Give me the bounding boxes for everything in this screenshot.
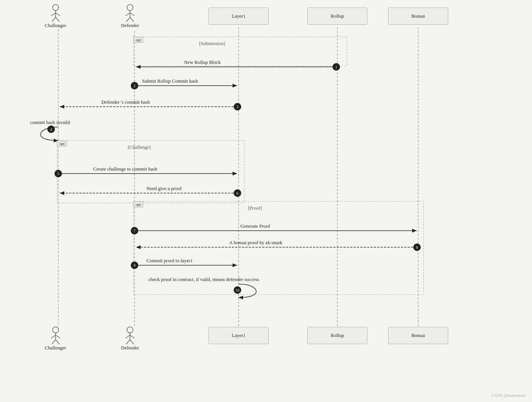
svg-marker-18 xyxy=(60,191,64,195)
actor-rollup-top-label: Rollup xyxy=(331,13,344,19)
msg-label-1: New Rollup Block xyxy=(184,59,221,65)
step-4: 4 xyxy=(47,125,55,133)
defender-figure-top xyxy=(123,4,137,23)
sequence-diagram: Layer1 Rollup Bonsai Challenger Defender xyxy=(0,0,532,402)
svg-point-44 xyxy=(127,327,133,333)
msg-label-2: Submit Rollup Commit hash xyxy=(142,78,198,84)
svg-line-29 xyxy=(56,13,60,16)
step-1: 1 xyxy=(332,63,340,71)
step-7: 7 xyxy=(131,227,138,234)
watermark: CSDN @mutourend xyxy=(491,393,525,397)
svg-line-30 xyxy=(52,17,56,22)
step-5: 5 xyxy=(54,170,62,177)
svg-line-36 xyxy=(126,17,130,22)
svg-marker-20 xyxy=(412,229,417,233)
step-9: 9 xyxy=(131,261,138,269)
actor-defender-top: Defender xyxy=(121,4,139,29)
svg-line-49 xyxy=(130,340,134,344)
msg-label-5: Create challenge to commit hash xyxy=(93,166,157,172)
actor-box-rollup-top: Rollup xyxy=(307,8,367,25)
svg-point-26 xyxy=(53,5,59,11)
msg-label-7: Generate Proof xyxy=(240,223,270,229)
actor-challenger-top-label: Challenger xyxy=(45,23,66,29)
msg-label-10: check proof in contract, if vaild, means… xyxy=(148,277,259,283)
actor-defender-top-label: Defender xyxy=(121,23,139,29)
actor-layer1-bottom-label: Layer1 xyxy=(232,332,246,339)
challenger-figure-top xyxy=(49,4,62,23)
opt-label-2: opt xyxy=(57,141,67,147)
svg-marker-16 xyxy=(233,172,237,175)
actor-bonsai-top-label: Bonsai xyxy=(411,13,425,19)
actor-rollup-bottom-label: Rollup xyxy=(331,332,344,339)
svg-marker-11 xyxy=(233,84,237,88)
step-10: 10 xyxy=(234,286,241,294)
svg-line-43 xyxy=(56,340,59,344)
msg-label-3: Defender 's commit hash xyxy=(101,99,150,105)
svg-line-28 xyxy=(51,13,56,16)
svg-point-32 xyxy=(127,5,133,11)
step-8: 8 xyxy=(413,243,421,251)
actor-defender-bottom-label: Defender xyxy=(121,345,139,351)
actor-layer1-top-label: Layer1 xyxy=(232,13,246,19)
defender-figure-bottom xyxy=(123,326,137,345)
svg-line-48 xyxy=(126,340,130,344)
actor-challenger-bottom-label: Challenger xyxy=(45,345,66,351)
svg-line-37 xyxy=(130,17,134,22)
bracket-challenge: [Challenge] xyxy=(128,144,151,150)
msg-label-4: commit hash invaild xyxy=(30,119,70,125)
svg-line-35 xyxy=(130,13,135,16)
svg-line-46 xyxy=(125,335,130,338)
svg-line-40 xyxy=(51,335,56,338)
challenger-figure-bottom xyxy=(49,326,62,345)
svg-marker-24 xyxy=(233,263,237,267)
actor-bonsai-bottom-label: Bonsai xyxy=(411,332,425,339)
opt-label-1: opt xyxy=(133,37,143,43)
msg-label-8: A bonsai proof by zk-snark xyxy=(229,240,283,246)
svg-line-41 xyxy=(56,335,60,338)
svg-line-47 xyxy=(130,335,135,338)
actor-box-layer1-top: Layer1 xyxy=(209,8,269,25)
svg-marker-22 xyxy=(136,245,141,249)
actor-box-bonsai-bottom: Bonsai xyxy=(388,327,448,344)
svg-rect-5 xyxy=(133,37,347,66)
step-6: 6 xyxy=(234,189,241,197)
msg-label-6: Need give a proof xyxy=(147,186,182,192)
svg-line-31 xyxy=(56,17,59,22)
actor-box-layer1-bottom: Layer1 xyxy=(209,327,269,344)
step-3: 3 xyxy=(234,103,241,110)
svg-point-38 xyxy=(53,327,59,333)
svg-line-34 xyxy=(125,13,130,16)
actor-challenger-top: Challenger xyxy=(45,4,66,29)
actor-defender-bottom: Defender xyxy=(121,326,139,351)
svg-marker-9 xyxy=(136,65,141,69)
bracket-proof: [Proof] xyxy=(248,205,262,211)
bracket-submission: [Submission] xyxy=(199,41,225,47)
opt-label-3: opt xyxy=(133,201,143,207)
svg-marker-13 xyxy=(60,105,64,109)
svg-line-42 xyxy=(52,340,56,344)
step-2: 2 xyxy=(131,82,138,89)
svg-marker-25 xyxy=(239,296,243,299)
msg-label-9: Commit proof to layer1 xyxy=(147,258,193,264)
actor-challenger-bottom: Challenger xyxy=(45,326,66,351)
actor-box-rollup-bottom: Rollup xyxy=(307,327,367,344)
actor-box-bonsai-top: Bonsai xyxy=(388,8,448,25)
